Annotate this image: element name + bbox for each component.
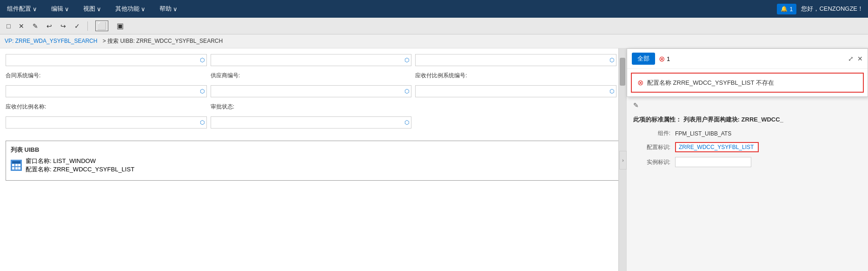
supplier-number-label: 供应商编号: [211, 72, 412, 80]
svg-rect-6 [15, 167, 18, 169]
notification-popup: 全部 ⊗ 1 ⤢ ✕ ⊗ 配置名称 ZRRE_WDCC_YSYFBL_LIST … [627, 48, 868, 97]
new-button[interactable]: □ [4, 20, 13, 32]
nav-view[interactable]: 视图 ∨ [81, 0, 104, 18]
input-icon-6[interactable]: ⬡ [610, 88, 614, 95]
form-row-labels-1: 合同系统编号: 供应商编号: 应收付比例系统编号: [6, 70, 620, 82]
list-uibb-window-info: 窗口名称: LIST_WINDOW 配置名称: ZRRE_WDCC_YSYFBL… [26, 157, 134, 174]
edit-button[interactable]: ✎ [30, 20, 41, 32]
notif-error-item: ⊗ 配置名称 ZRRE_WDCC_YSYFBL_LIST 不存在 [631, 73, 864, 93]
notif-error-icon: ⊗ [659, 54, 665, 63]
notification-button[interactable]: 🔔 1 [777, 4, 796, 14]
input-7[interactable] [8, 119, 200, 126]
notif-actions: ⤢ ✕ [848, 55, 863, 62]
window-label: 窗口名称: [26, 157, 52, 164]
pencil-icon: ✎ [33, 22, 38, 30]
input-4[interactable] [8, 88, 200, 95]
form-field-7: ⬡ [6, 115, 211, 130]
notif-tab-all[interactable]: 全部 [632, 53, 655, 65]
input-icon-8[interactable]: ⬡ [404, 119, 409, 126]
form-field-empty [415, 101, 620, 114]
props-input-instance-id[interactable] [675, 157, 751, 167]
props-panel: ✎ 此项的标准属性： 列表用户界面构建块: ZRRE_WDCC_ 组件: FPM… [627, 97, 868, 271]
input-2[interactable] [213, 57, 405, 63]
svg-rect-1 [12, 161, 20, 163]
close-button[interactable]: ✕ [16, 20, 27, 32]
form-row-1: ⬡ ⬡ ⬡ [6, 52, 620, 68]
svg-rect-4 [18, 164, 20, 166]
input-wrap-5: ⬡ [211, 85, 412, 97]
undo-icon: ↩ [46, 22, 52, 30]
undo-button[interactable]: ↩ [44, 20, 55, 32]
form-section: ⬡ ⬡ ⬡ 合同系 [0, 48, 626, 136]
form-field-5: ⬡ [211, 83, 416, 99]
table-icon [11, 160, 22, 171]
form-row-3: ⬡ ⬡ ⬡ [6, 83, 620, 99]
input-wrap-4: ⬡ [6, 85, 207, 97]
contract-number-label: 合同系统编号: [6, 72, 207, 80]
breadcrumb-vp-link[interactable]: VP: ZRRE_WDA_YSYFBL_SEARCH [5, 38, 97, 44]
nav-edit[interactable]: 编辑 ∨ [49, 0, 72, 18]
approval-label: 审批状态: [211, 103, 412, 111]
input-icon-2[interactable]: ⬡ [404, 57, 409, 63]
input-icon-3[interactable]: ⬡ [610, 57, 614, 63]
props-input-config-id[interactable] [675, 142, 759, 152]
input-6[interactable] [417, 88, 610, 95]
input-1[interactable] [8, 57, 200, 63]
props-label-component: 组件: [633, 129, 670, 137]
form-field-6: ⬡ [415, 83, 620, 99]
input-wrap-8: ⬡ [211, 116, 412, 129]
redo-icon: ↪ [60, 22, 66, 30]
svg-rect-3 [15, 164, 18, 166]
user-greeting: 您好，CENZONGZE！ [801, 5, 863, 13]
notif-count-area: ⊗ 1 [659, 54, 670, 63]
form-row-labels-2: 应收付比例名称: 审批状态: [6, 101, 620, 114]
nav-help[interactable]: 帮助 ∨ [157, 0, 180, 18]
frame1-icon: ⬜ [95, 20, 108, 31]
input-icon-5[interactable]: ⬡ [404, 88, 409, 95]
props-value-component: FPM_LIST_UIBB_ATS [675, 130, 731, 137]
check-icon: ✓ [74, 22, 80, 30]
check-button[interactable]: ✓ [72, 20, 83, 32]
redo-button[interactable]: ↪ [58, 20, 69, 32]
right-panel: 全部 ⊗ 1 ⤢ ✕ ⊗ 配置名称 ZRRE_WDCC_YSYFBL_LIST … [626, 48, 868, 271]
form-field-3: ⬡ [415, 52, 620, 68]
notif-close-button[interactable]: ✕ [857, 55, 863, 62]
input-8[interactable] [213, 119, 405, 126]
props-edit-icon[interactable]: ✎ [633, 102, 639, 109]
main-area: ⬡ ⬡ ⬡ 合同系 [0, 48, 868, 271]
toolbar: □ ✕ ✎ ↩ ↪ ✓ ⬜ ▣ [0, 18, 868, 34]
list-uibb-title: 列表 UIBB [11, 146, 615, 154]
input-5[interactable] [213, 88, 405, 95]
nav-other-functions[interactable]: 其他功能 ∨ [113, 0, 148, 18]
notif-expand-button[interactable]: ⤢ [848, 55, 854, 62]
ratio-system-label: 应收付比例系统编号: [415, 72, 616, 80]
notif-error-text: 配置名称 ZRRE_WDCC_YSYFBL_LIST 不存在 [647, 79, 774, 87]
input-wrap-1: ⬡ [6, 54, 207, 66]
form-field-ratio-system: 应收付比例系统编号: [415, 70, 620, 82]
top-navigation: 组件配置 ∨ 编辑 ∨ 视图 ∨ 其他功能 ∨ 帮助 ∨ 🔔 1 您好，CENZ… [0, 0, 868, 18]
panel-collapse-arrow[interactable]: › [619, 151, 627, 169]
props-row-component: 组件: FPM_LIST_UIBB_ATS [633, 129, 861, 137]
split-frame-icon: ▣ [117, 21, 124, 30]
svg-rect-5 [12, 167, 14, 169]
error-icon: ⊗ [637, 78, 643, 87]
scroll-thumb[interactable] [620, 58, 625, 86]
frame1-button[interactable]: ⬜ [93, 19, 111, 33]
new-icon: □ [7, 22, 10, 30]
form-field-8: ⬡ [211, 115, 416, 130]
nav-component-config[interactable]: 组件配置 ∨ [5, 0, 40, 18]
form-row-5: ⬡ ⬡ [6, 115, 620, 130]
form-field-ratio-name: 应收付比例名称: [6, 101, 211, 114]
input-3[interactable] [417, 57, 610, 63]
notif-header: 全部 ⊗ 1 ⤢ ✕ [627, 49, 868, 69]
input-icon-7[interactable]: ⬡ [200, 119, 205, 126]
input-icon-4[interactable]: ⬡ [200, 88, 205, 95]
form-field-9 [415, 115, 620, 130]
config-label: 配置名称: [26, 166, 52, 173]
props-label-instance-id: 实例标识: [633, 158, 670, 166]
frame2-button[interactable]: ▣ [114, 20, 126, 32]
list-uibb-item-window: 窗口名称: LIST_WINDOW 配置名称: ZRRE_WDCC_YSYFBL… [11, 157, 615, 174]
notif-count: 1 [667, 55, 670, 62]
form-field-2: ⬡ [211, 52, 416, 68]
input-icon-1[interactable]: ⬡ [200, 57, 205, 63]
